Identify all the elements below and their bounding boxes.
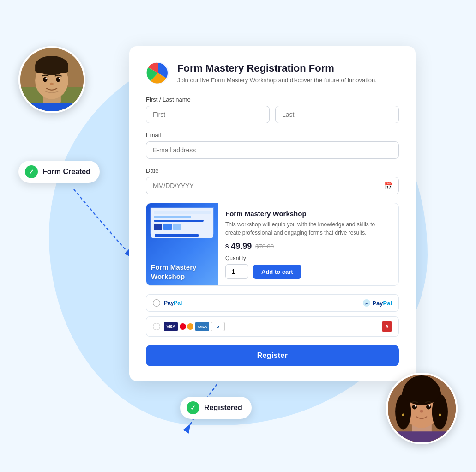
amex-icon: AMEX	[195, 322, 209, 331]
registered-check-icon: ✓	[187, 401, 199, 414]
svg-point-9	[59, 78, 60, 79]
authorize-icon: A	[382, 321, 392, 332]
name-field-group: First / Last name	[146, 96, 399, 123]
email-label: Email	[146, 132, 399, 139]
product-image-mock	[151, 208, 213, 238]
svg-point-22	[412, 405, 417, 409]
svg-point-7	[56, 77, 60, 82]
quantity-row: Add to cart	[225, 264, 391, 279]
product-name: Form Mastery Workshop	[225, 210, 391, 218]
email-field-group: Email	[146, 132, 399, 159]
form-subtitle: Join our live Form Mastery Workshop and …	[177, 77, 377, 84]
product-details: Form Mastery Workshop This workshop will…	[218, 203, 398, 285]
form-created-badge: ✓ Form Created	[18, 161, 100, 183]
avatar-male	[18, 46, 85, 113]
svg-point-24	[415, 405, 416, 407]
card-left: VISA AMEX D	[153, 322, 225, 331]
paypal-logo-right: P PayPal	[363, 299, 392, 307]
last-name-input[interactable]	[275, 106, 399, 123]
product-description: This workshop will equip you with the kn…	[225, 220, 391, 237]
price-row: $ 49.99 $70.00	[225, 242, 391, 251]
svg-rect-5	[35, 65, 68, 73]
registered-badge: ✓ Registered	[180, 397, 252, 419]
svg-point-25	[429, 405, 430, 407]
price-amount: 49.99	[231, 242, 252, 251]
form-created-label: Form Created	[42, 168, 90, 176]
card-icons: VISA AMEX D	[164, 322, 225, 331]
price-original: $70.00	[255, 243, 274, 250]
paypal-payment-option[interactable]: PayPal P PayPal	[146, 294, 399, 312]
product-card: Form Mastery Workshop Form Mastery Works…	[146, 203, 399, 286]
svg-point-21	[404, 381, 440, 405]
quantity-label: Quantity	[225, 255, 391, 261]
first-name-input[interactable]	[146, 106, 270, 123]
date-label: Date	[146, 167, 399, 174]
svg-point-10	[50, 83, 54, 85]
product-image: Form Mastery Workshop	[146, 203, 218, 285]
svg-point-26	[420, 410, 423, 413]
add-to-cart-button[interactable]: Add to cart	[253, 265, 301, 279]
email-input[interactable]	[146, 141, 399, 159]
avatar-female	[386, 373, 458, 444]
paypal-icon: P	[363, 299, 370, 307]
date-wrapper: 📅	[146, 177, 399, 194]
card-payment-option[interactable]: VISA AMEX D A	[146, 316, 399, 337]
svg-point-28	[402, 413, 404, 416]
svg-point-8	[45, 78, 47, 79]
paypal-label: PayPal	[164, 300, 182, 306]
form-header-text: Form Mastery Registration Form Join our …	[177, 62, 377, 83]
mastercard-icon	[180, 322, 193, 331]
form-header: Form Mastery Registration Form Join our …	[146, 61, 399, 85]
date-field-group: Date 📅	[146, 167, 399, 194]
svg-rect-27	[394, 431, 449, 442]
calendar-icon: 📅	[384, 182, 393, 190]
product-image-label: Form Mastery Workshop	[151, 263, 213, 281]
form-card: Form Mastery Registration Form Join our …	[129, 46, 416, 381]
check-icon: ✓	[25, 165, 38, 178]
logo-icon	[146, 61, 170, 85]
price-dollar: $	[225, 243, 229, 250]
quantity-input[interactable]	[225, 264, 248, 279]
register-button[interactable]: Register	[146, 345, 399, 366]
name-label: First / Last name	[146, 96, 399, 103]
visa-icon: VISA	[164, 322, 178, 331]
svg-point-6	[43, 77, 47, 82]
card-radio[interactable]	[153, 323, 160, 330]
name-input-row	[146, 106, 399, 123]
svg-rect-11	[29, 103, 75, 111]
svg-text:P: P	[366, 302, 368, 306]
paypal-text-right: PayPal	[372, 300, 392, 307]
paypal-radio[interactable]	[153, 299, 160, 307]
paypal-left: PayPal	[153, 299, 182, 307]
registered-label: Registered	[204, 404, 242, 412]
date-input[interactable]	[146, 177, 399, 194]
price-current: $ 49.99	[225, 242, 252, 251]
diners-icon: D	[211, 322, 225, 331]
svg-point-29	[439, 413, 441, 416]
svg-point-23	[426, 405, 431, 409]
form-title: Form Mastery Registration Form	[177, 62, 377, 74]
